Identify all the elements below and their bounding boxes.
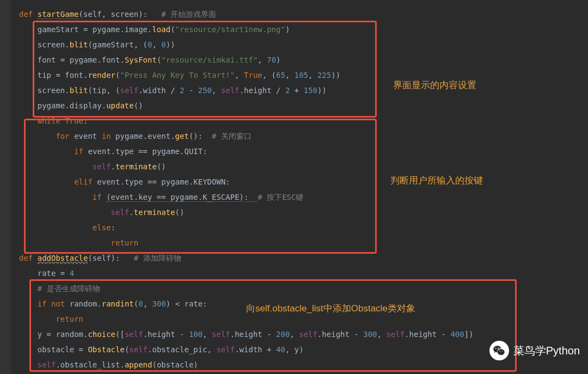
annotation-obstacle-list: 向self.obstacle_list中添加Obstacle类对象 [246,302,415,315]
code-line: y = random.choice([self.height - 100, se… [19,327,474,342]
code-line: while True: [19,113,474,128]
code-line: for event in pygame.event.get(): # 关闭窗口 [19,128,474,144]
watermark: 菜鸟学Python [489,341,580,360]
code-line: def addObstacle(self): # 添加障碍物 [19,250,474,266]
code-line: else: [19,220,474,235]
code-line: # 是否生成障碍物 [19,281,474,296]
code-line: pygame.display.update() [19,98,474,113]
code-line: gameStart = pygame.image.load("resource/… [19,22,474,37]
code-line: screen.blit(gameStart, (0, 0)) [19,37,474,52]
code-line: self.terminate() [19,205,474,220]
watermark-text: 菜鸟学Python [513,344,580,358]
code-line: def startGame(self, screen): # 开始游戏界面 [19,7,474,22]
annotation-display-content: 界面显示的内容设置 [393,79,476,91]
code-editor[interactable]: def startGame(self, screen): # 开始游戏界面 ga… [19,7,474,372]
code-line: rate = 4 [19,266,474,281]
code-line: font = pygame.font.SysFont("resource/sim… [19,52,474,68]
code-line: obstacle = Obstacle(self.obstacle_pic, s… [19,342,474,357]
line-gutter [0,0,11,374]
annotation-user-input: 判断用户所输入的按键 [390,174,483,187]
wechat-icon [489,341,509,360]
code-line: if (event.key == pygame.K_ESCAPE): # 按下E… [19,189,474,205]
code-line: if event.type == pygame.QUIT: [19,144,474,159]
code-line: self.obstacle_list.append(obstacle) [19,357,474,372]
code-line: return [19,235,474,250]
code-line: self.terminate() [19,159,474,174]
